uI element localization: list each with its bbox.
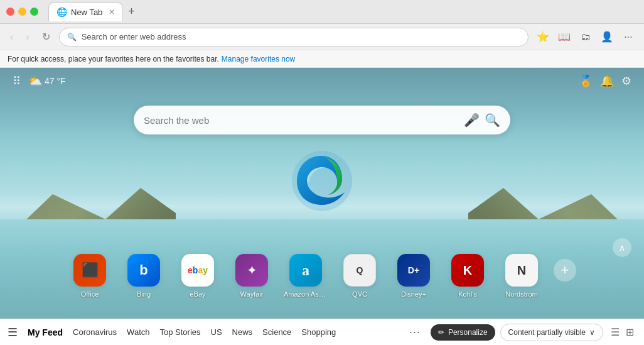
quicklink-nordstrom[interactable]: N Nordstrom [500,254,544,298]
edit-icon: ✏ [438,328,444,337]
weather-widget: ⛅ 47 °F [28,74,66,88]
wayfair-icon: ✦ [235,254,268,287]
disney-label: Disney+ [392,290,436,298]
quicklink-wayfair[interactable]: ✦ Wayfair [230,254,274,298]
profile-btn[interactable]: 👤 [598,28,616,46]
new-tab-button[interactable]: + [126,5,137,18]
close-button[interactable] [6,8,14,16]
favorites-bar-text: For quick access, place your favorites h… [8,55,219,63]
nav-bar: ‹ › ↻ 🔍 Search or enter web address ⭐ 📖 … [0,24,644,50]
favorites-icon-btn[interactable]: ⭐ [534,28,552,46]
quicklink-kohls[interactable]: K Kohl's [446,254,490,298]
newtab-right-icons: 🏅 🔔 ⚙ [579,74,631,88]
add-quicklink-button[interactable]: + [554,259,576,282]
title-bar: 🌐 New Tab ✕ + [0,0,644,24]
address-text: Search or enter web address [82,32,520,41]
quicklink-qvc[interactable]: Q QVC [338,254,382,298]
newtab-topbar: ⠿ ⛅ 47 °F 🏅 🔔 ⚙ [0,74,644,88]
personalize-label: Personalize [448,328,488,337]
nav-coronavirus[interactable]: Coronavirus [73,327,117,337]
kohls-icon: K [451,254,484,287]
bing-label: Bing [122,290,166,298]
more-options-btn[interactable]: ··· [619,28,638,46]
bottom-bar: ☰ My Feed Coronavirus Watch Top Stories … [0,319,644,345]
search-bar: 🎤 🔍 [134,106,510,134]
office-icon: ⬛ [73,254,106,287]
quicklink-disney[interactable]: D+ Disney+ [392,254,436,298]
collapse-button[interactable]: ∧ [613,238,631,257]
reading-list-btn[interactable]: 📖 [555,28,574,46]
disney-icon: D+ [397,254,430,287]
nav-news[interactable]: News [232,327,253,337]
traffic-lights [6,8,38,16]
ebay-icon: ebay [181,254,214,287]
maximize-button[interactable] [30,8,38,16]
temperature-label: 47 °F [45,76,66,86]
quick-links: ⬛ Office b Bing ebay eBay ✦ Wayfair a [68,254,576,298]
active-tab[interactable]: 🌐 New Tab ✕ [48,3,123,21]
bing-icon: b [127,254,160,287]
rewards-icon-btn[interactable]: 🏅 [579,74,593,88]
tab-label: New Tab [71,8,102,17]
my-feed-label: My Feed [28,327,63,337]
forward-button[interactable]: › [22,29,33,45]
nav-shopping[interactable]: Shopping [301,327,336,337]
settings-btn[interactable]: ⚙ [621,74,631,88]
ebay-label: eBay [176,290,220,298]
left-icons: ⠿ ⛅ 47 °F [13,74,66,88]
quicklink-bing[interactable]: b Bing [122,254,166,298]
wayfair-label: Wayfair [230,290,274,298]
personalize-button[interactable]: ✏ Personalize [431,324,495,341]
view-toggle-buttons: ☰ ⊞ [608,324,636,341]
tab-icon: 🌐 [56,7,67,17]
tab-bar: 🌐 New Tab ✕ + [48,3,638,21]
kohls-label: Kohl's [446,290,490,298]
search-input[interactable] [144,115,459,126]
chevron-down-icon: ∨ [589,328,595,337]
address-bar[interactable]: 🔍 Search or enter web address [59,28,529,47]
nav-actions: ⭐ 📖 🗂 👤 ··· [534,28,638,46]
edge-logo [291,150,353,212]
feed-nav: Coronavirus Watch Top Stories US News Sc… [73,327,399,337]
quicklink-amazon[interactable]: a Amazon Ass... [284,254,328,298]
office-label: Office [68,290,112,298]
feed-more-button[interactable]: ··· [409,326,421,339]
quicklink-office[interactable]: ⬛ Office [68,254,112,298]
address-search-icon: 🔍 [67,33,77,41]
main-content: ⠿ ⛅ 47 °F 🏅 🔔 ⚙ 🎤 🔍 [0,68,644,345]
minimize-button[interactable] [18,8,26,16]
nordstrom-label: Nordstrom [500,290,544,298]
grid-apps-button[interactable]: ⠿ [13,74,21,88]
nav-science[interactable]: Science [262,327,291,337]
nordstrom-icon: N [505,254,538,287]
favorites-bar: For quick access, place your favorites h… [0,50,644,68]
content-visible-button[interactable]: Content partially visible ∨ [500,324,603,341]
mic-button[interactable]: 🎤 [464,112,480,128]
search-container: 🎤 🔍 [134,106,510,134]
search-button[interactable]: 🔍 [485,112,500,128]
hamburger-menu-button[interactable]: ☰ [8,326,18,339]
back-button[interactable]: ‹ [6,29,17,45]
manage-favorites-link[interactable]: Manage favorites now [222,55,295,63]
quicklink-ebay[interactable]: ebay eBay [176,254,220,298]
content-visible-label: Content partially visible [508,328,586,337]
nav-top-stories[interactable]: Top Stories [159,327,200,337]
list-view-button[interactable]: ☰ [608,324,622,341]
tab-close-icon[interactable]: ✕ [109,8,115,16]
qvc-label: QVC [338,290,382,298]
weather-icon: ⛅ [28,74,42,88]
refresh-button[interactable]: ↻ [38,28,54,45]
grid-view-button[interactable]: ⊞ [623,324,636,341]
qvc-icon: Q [343,254,376,287]
bottom-right-actions: ✏ Personalize Content partially visible … [431,324,636,341]
notifications-btn[interactable]: 🔔 [600,74,614,88]
collections-btn[interactable]: 🗂 [576,28,595,46]
nav-watch[interactable]: Watch [127,327,149,337]
amazon-label: Amazon Ass... [284,290,328,298]
nav-us[interactable]: US [211,327,222,337]
amazon-icon: a [289,254,322,287]
